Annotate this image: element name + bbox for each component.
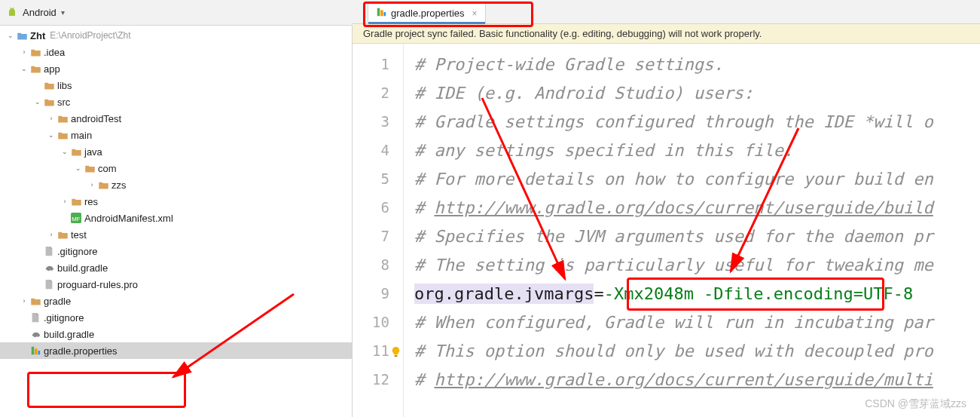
svg-rect-13	[395, 355, 398, 357]
code-line[interactable]: # any settings specified in this file.	[404, 136, 980, 164]
gradle-icon	[29, 329, 42, 339]
tree-item-label: .idea	[42, 47, 65, 58]
tree-item[interactable]: ›res	[0, 193, 352, 210]
tree-item[interactable]: ⌄src	[0, 94, 352, 110]
svg-rect-8	[35, 348, 38, 354]
tree-item[interactable]: ⌄app	[0, 60, 352, 77]
editor-area[interactable]: 123456789101112 # Project-wide Gradle se…	[353, 44, 980, 417]
svg-rect-11	[380, 10, 383, 16]
tree-item[interactable]: ⌄com	[0, 160, 352, 176]
folder-icon	[42, 81, 56, 90]
code-line[interactable]: # This option should only be used with d…	[404, 336, 980, 365]
tree-item[interactable]: ⌄java	[0, 143, 352, 160]
tree-item[interactable]: ›androidTest	[0, 110, 352, 127]
folder-icon	[69, 147, 83, 157]
chevron-down-icon[interactable]: ▾	[61, 8, 65, 17]
project-tree-panel: ⌄ Zht E:\AnroidProject\Zht ›.idea⌄applib…	[0, 26, 353, 417]
editor-tab[interactable]: gradle.properties ×	[368, 2, 486, 23]
root-path: E:\AnroidProject\Zht	[45, 30, 130, 41]
gutter-line: 6	[353, 193, 403, 222]
tree-item-label: java	[83, 146, 102, 158]
folder-icon	[29, 296, 42, 306]
property-key: org.gradle.jvmargs	[414, 284, 594, 304]
file-icon	[42, 279, 56, 290]
code-area[interactable]: # Project-wide Gradle settings.# IDE (e.…	[404, 44, 980, 417]
tree-item-label: libs	[56, 80, 72, 91]
tree-item[interactable]: ›gradle	[0, 293, 352, 309]
tree-item-label: app	[42, 63, 60, 75]
tab-bar: gradle.properties ×	[353, 0, 980, 24]
folder-icon	[42, 97, 56, 107]
root-name: Zht	[29, 30, 45, 41]
tree-item[interactable]: ›test	[0, 226, 352, 243]
folder-icon	[29, 64, 42, 74]
comment-link[interactable]: http://www.gradle.org/docs/current/userg…	[435, 198, 933, 217]
project-tree[interactable]: ⌄ Zht E:\AnroidProject\Zht ›.idea⌄applib…	[0, 26, 352, 360]
sync-warning-bar: Gradle project sync failed. Basic functi…	[353, 24, 980, 44]
code-line[interactable]: # http://www.gradle.org/docs/current/use…	[404, 193, 980, 222]
gradle-icon	[42, 262, 56, 273]
tree-item[interactable]: build.gradle	[0, 326, 352, 342]
svg-text:MF: MF	[72, 216, 81, 222]
warning-text: Gradle project sync failed. Basic functi…	[363, 28, 762, 39]
tab-active-indicator	[368, 22, 485, 24]
tree-item-label: build.gradle	[42, 329, 94, 340]
code-line[interactable]: # Project-wide Gradle settings.	[404, 50, 980, 78]
tree-item[interactable]: MFAndroidManifest.xml	[0, 210, 352, 226]
tree-item[interactable]: ›.idea	[0, 44, 352, 60]
gutter-line: 11	[353, 336, 403, 365]
folder-icon	[56, 230, 69, 240]
file-icon	[42, 246, 56, 256]
tree-item[interactable]: libs	[0, 77, 352, 94]
tree-item[interactable]: proguard-rules.pro	[0, 276, 352, 293]
tree-item[interactable]: gradle.properties	[0, 342, 352, 359]
tree-item-label: main	[69, 130, 92, 141]
gutter-line: 8	[353, 250, 403, 279]
tree-item-label: zzs	[110, 179, 127, 191]
comment-link[interactable]: http://www.gradle.org/docs/current/userg…	[435, 370, 933, 389]
tree-item-label: gradle.properties	[42, 345, 118, 357]
tree-root[interactable]: ⌄ Zht E:\AnroidProject\Zht	[0, 27, 352, 44]
intention-bulb-icon[interactable]	[390, 344, 401, 355]
close-icon[interactable]: ×	[469, 8, 478, 19]
code-line[interactable]: # Specifies the JVM arguments used for t…	[404, 222, 980, 250]
code-line[interactable]: # Gradle settings configured through the…	[404, 107, 980, 136]
tree-item-label: res	[83, 196, 98, 207]
view-selector-label[interactable]: Android	[23, 7, 56, 18]
folder-icon	[56, 130, 69, 140]
tree-item[interactable]: .gitignore	[0, 243, 352, 259]
props-icon	[29, 345, 42, 356]
property-value: -Xmx2048m -Dfile.encoding=UTF-8	[604, 284, 914, 303]
gutter-line: 10	[353, 308, 403, 336]
gutter-line: 9	[353, 279, 403, 308]
folder-icon	[56, 114, 69, 124]
gutter-line: 1	[353, 50, 403, 78]
tree-item[interactable]: ⌄main	[0, 127, 352, 143]
folder-icon	[29, 48, 42, 57]
svg-rect-9	[38, 351, 41, 354]
gutter-line: 7	[353, 222, 403, 250]
tree-item[interactable]: build.gradle	[0, 259, 352, 276]
tree-item-label: AndroidManifest.xml	[83, 213, 173, 224]
android-icon	[6, 7, 18, 19]
file-icon	[29, 312, 42, 323]
code-line[interactable]: # The setting is particularly useful for…	[404, 250, 980, 279]
code-line[interactable]: # For more details on how to configure y…	[404, 164, 980, 193]
tree-item[interactable]: .gitignore	[0, 309, 352, 326]
folder-icon	[96, 180, 110, 190]
folder-icon	[15, 31, 29, 41]
code-line[interactable]: org.gradle.jvmargs=-Xmx2048m -Dfile.enco…	[404, 279, 980, 308]
tree-item-label: gradle	[42, 296, 71, 307]
tree-item-label: .gitignore	[56, 246, 97, 257]
tree-item-label: test	[69, 229, 87, 241]
folder-icon	[83, 164, 96, 173]
code-line[interactable]: # When configured, Gradle will run in in…	[404, 308, 980, 336]
gutter-line: 3	[353, 107, 403, 136]
editor-panel: gradle.properties × Gradle project sync …	[353, 0, 980, 417]
svg-rect-7	[32, 347, 35, 355]
tree-item[interactable]: ›zzs	[0, 176, 352, 193]
code-line[interactable]: # http://www.gradle.org/docs/current/use…	[404, 365, 980, 394]
manifest-icon: MF	[69, 213, 83, 223]
gutter-line: 5	[353, 164, 403, 193]
code-line[interactable]: # IDE (e.g. Android Studio) users:	[404, 78, 980, 107]
